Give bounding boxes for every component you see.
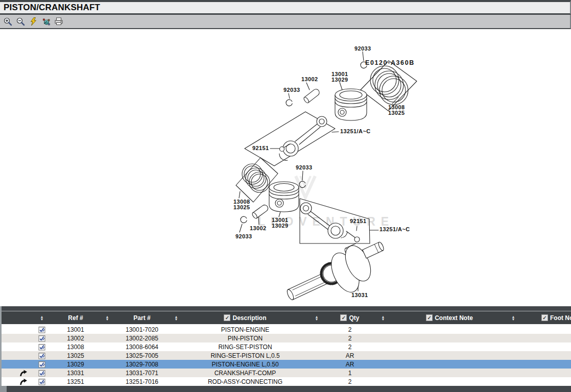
zoom-in-button[interactable] [3,17,12,26]
exploded-diagram [0,29,571,306]
ref-cell: 13251 [52,378,99,385]
desc-cell: PIN-PISTON [184,335,306,342]
link-arrow-icon[interactable] [19,370,28,377]
link-arrow-icon[interactable] [19,378,28,385]
link-cell[interactable] [2,370,32,377]
connecting-rod-upper [245,112,335,166]
table-row-13002[interactable]: 1300213002-2085PIN-PISTON2 [2,334,571,342]
note-edit-icon[interactable] [38,360,45,368]
part-label[interactable]: 13008 13025 [388,105,405,115]
part-cell: 13002-2085 [115,335,169,342]
part-label[interactable]: 92151 [350,218,367,224]
desc-cell: RING-SET-PISTON L,0.5 [184,352,306,359]
qty-cell: 2 [327,335,373,342]
circlip-upper-left [286,100,292,106]
zoom-out-icon [16,17,25,26]
foot-note-checkbox[interactable]: ✓ [541,314,548,321]
part-label[interactable]: 13031 [351,292,368,298]
note-cell[interactable] [32,360,52,368]
print-icon [54,17,63,26]
toolbar [0,15,571,29]
header-part[interactable]: Part # [115,314,169,322]
table-row-13031[interactable]: 1303113031-7071CRANKSHAFT-COMP1 [2,369,571,377]
part-label[interactable]: 92033 [235,234,252,239]
diagram-panel: LEOVENTURE [0,29,571,306]
note-edit-icon[interactable] [38,352,45,359]
header-qty[interactable]: ✓ Qty [327,314,373,322]
leader-lines [239,52,398,291]
part-label[interactable]: 13251/A~C [379,227,410,232]
table-header: ▲▼ Ref # ▲▼ Part # ▲▼ ✓ Description ▲▼ ✓… [2,311,571,325]
sort-icon[interactable]: ▲▼ [382,315,385,321]
part-label[interactable]: 92033 [283,87,300,93]
note-cell[interactable] [32,378,52,385]
flash-button[interactable] [29,17,38,26]
table-row-13025[interactable]: 1302513025-7005RING-SET-PISTON L,0.5AR [2,351,571,360]
diagram-code: E0120-A360B [365,59,415,66]
header-description[interactable]: ✓ Description [184,314,306,322]
note-cell[interactable] [32,343,52,351]
note-edit-icon[interactable] [38,334,45,342]
table-body: 1300113001-7020PISTON-ENGINE21300213002-… [2,325,571,386]
sort-icon[interactable]: ▲▼ [175,315,178,321]
parts-catalog-app: PISTON/CRANKSHAFT [0,0,571,392]
piston-lower [269,182,299,212]
note-cell[interactable] [32,334,52,342]
note-edit-icon[interactable] [38,326,45,333]
qty-cell: AR [327,361,373,368]
crankshaft [286,241,385,301]
note-edit-icon[interactable] [38,378,45,385]
header-ref[interactable]: Ref # [52,314,99,322]
piston-pin-upper [303,88,321,104]
flash-icon [30,17,37,26]
print-button[interactable] [54,17,63,26]
part-label[interactable]: 13001 13029 [331,71,348,82]
qty-cell: 1 [327,370,373,377]
zoom-in-icon [4,17,12,26]
note-cell[interactable] [32,326,52,333]
desc-cell: ROD-ASSY-CONNECTING [184,378,306,385]
note-edit-icon[interactable] [38,369,45,377]
sort-icon[interactable]: ▲▼ [315,315,319,321]
table-row-13251[interactable]: 1325113251-7016ROD-ASSY-CONNECTING2 [2,377,571,386]
part-label[interactable]: 92151 [252,145,269,151]
ref-cell: 13031 [52,370,99,377]
part-cell: 13031-7071 [115,370,169,377]
part-cell: 13008-6064 [115,344,169,351]
ref-cell: 13002 [52,335,99,342]
hotspots-button[interactable] [41,17,51,26]
ref-cell: 13008 [52,344,99,351]
desc-cell: PISTON-ENGINE [184,326,306,333]
table-row-13008[interactable]: 1300813008-6064RING-SET-PISTON2 [2,342,571,351]
part-cell: 13025-7005 [115,352,169,359]
part-label[interactable]: 13008 13025 [233,199,250,210]
note-cell[interactable] [32,369,52,377]
ring-set-upper [361,61,417,111]
table-row-13029[interactable]: 1302913029-7008PISTON-ENGINE L,0.50AR [2,360,571,369]
qty-cell: 2 [327,326,373,333]
parts-table-panel: ▲▼ Ref # ▲▼ Part # ▲▼ ✓ Description ▲▼ ✓… [0,306,571,392]
qty-checkbox[interactable]: ✓ [340,314,347,321]
zoom-out-button[interactable] [16,17,25,26]
header-foot-note[interactable]: ✓ Foot Note [521,314,569,322]
note-cell[interactable] [32,352,52,359]
part-label[interactable]: 13002 [250,226,267,231]
sort-icon[interactable]: ▲▼ [512,315,515,321]
part-cell: 13001-7020 [115,326,169,333]
table-row-13001[interactable]: 1300113001-7020PISTON-ENGINE2 [2,325,571,334]
part-cell: 13251-7016 [115,378,169,385]
part-label[interactable]: 13001 13029 [272,217,289,228]
part-label[interactable]: 92033 [296,165,313,170]
part-label[interactable]: 13002 [301,77,318,82]
part-label[interactable]: 92033 [354,46,371,52]
note-edit-icon[interactable] [38,343,45,351]
context-note-checkbox[interactable]: ✓ [426,314,433,321]
table-bottom-bar [2,386,571,392]
description-checkbox[interactable]: ✓ [224,314,230,321]
sort-icon[interactable]: ▲▼ [40,315,44,321]
link-cell[interactable] [2,378,32,385]
circlip-lower-left [241,216,247,223]
sort-icon[interactable]: ▲▼ [106,315,109,321]
part-label[interactable]: 13251/A~C [340,129,371,134]
header-context-note[interactable]: ✓ Context Note [393,314,506,322]
